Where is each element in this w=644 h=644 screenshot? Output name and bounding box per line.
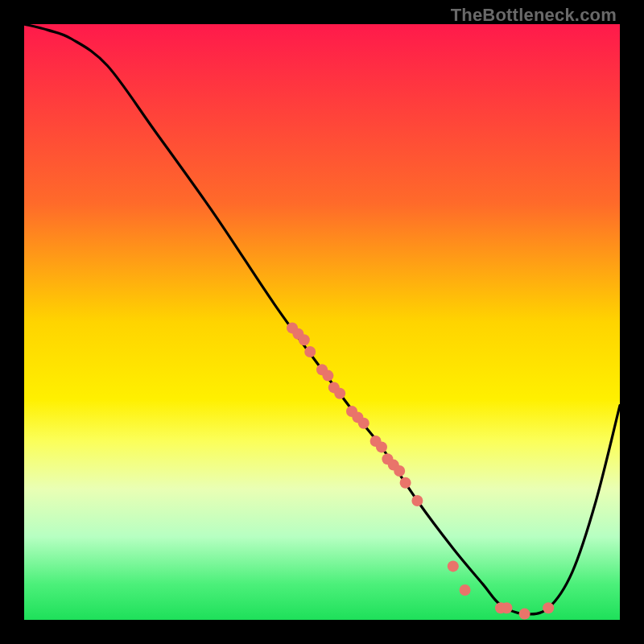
scatter-point <box>448 560 459 572</box>
scatter-point <box>322 370 333 382</box>
chart-frame <box>24 24 620 620</box>
chart-background <box>24 24 620 620</box>
scatter-point <box>334 388 345 399</box>
scatter-point <box>394 465 405 477</box>
scatter-point <box>358 418 369 429</box>
scatter-point <box>411 495 423 506</box>
scatter-point <box>400 477 411 489</box>
bottleneck-chart <box>24 24 620 620</box>
scatter-point <box>304 346 316 357</box>
scatter-point <box>460 584 471 596</box>
scatter-point <box>299 334 310 345</box>
scatter-point <box>519 609 530 620</box>
watermark-text: TheBottleneck.com <box>451 5 617 26</box>
scatter-point <box>501 602 512 613</box>
scatter-point <box>543 602 554 613</box>
scatter-point <box>376 441 387 452</box>
